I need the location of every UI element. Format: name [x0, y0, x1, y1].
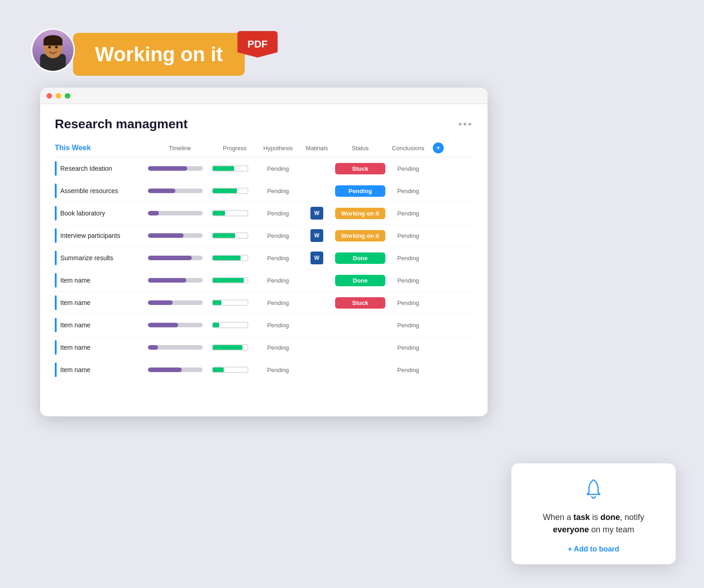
- timeline-track: [148, 300, 203, 305]
- conclusions-cell: Pending: [385, 367, 431, 373]
- row-label: Item name: [60, 344, 148, 351]
- w-icon: W: [310, 252, 323, 264]
- svg-point-4: [48, 46, 51, 48]
- hypothesis-cell: Pending: [257, 232, 299, 239]
- progress-fill: [213, 211, 225, 215]
- conclusions-cell: Pending: [385, 299, 431, 306]
- status-badge: Done: [335, 252, 385, 264]
- table-row: Interview participantsPendingWWorking on…: [55, 225, 473, 247]
- conclusions-cell: Pending: [385, 188, 431, 194]
- progress-fill: [213, 189, 237, 193]
- table-row: Summarize resultsPendingWDonePending: [55, 247, 473, 269]
- timeline-track: [148, 345, 203, 350]
- status-badge: Stuck: [335, 297, 385, 309]
- section-title: This Week: [55, 144, 91, 152]
- progress-cell: [212, 232, 257, 239]
- timeline-fill: [148, 233, 184, 238]
- row-indicator: [55, 295, 57, 310]
- timeline-track: [148, 211, 203, 215]
- svg-point-5: [55, 46, 58, 48]
- maximize-button[interactable]: [65, 93, 70, 99]
- progress-track: [212, 299, 248, 306]
- hypothesis-cell: Pending: [257, 188, 299, 194]
- status-cell: Working on it: [335, 208, 385, 219]
- conclusions-cell: Pending: [385, 344, 431, 351]
- status-badge: Done: [335, 275, 385, 286]
- col-header-conclusions: Conclusions: [385, 145, 431, 152]
- working-on-it-badge: Working on it: [73, 33, 245, 76]
- progress-track: [212, 188, 248, 194]
- conclusions-cell: Pending: [385, 210, 431, 217]
- task-word: task: [573, 513, 590, 522]
- progress-track: [212, 165, 248, 172]
- pdf-badge: PDF: [237, 31, 278, 58]
- row-label: Summarize results: [60, 254, 148, 262]
- more-options-button[interactable]: •••: [458, 118, 473, 130]
- table-row: Item namePendingStuckPending: [55, 292, 473, 314]
- row-label: Research Ideation: [60, 165, 148, 172]
- conclusions-cell: Pending: [385, 277, 431, 284]
- w-icon: W: [310, 229, 323, 242]
- timeline-cell: [148, 166, 212, 171]
- table-row: Item namePendingDonePending: [55, 269, 473, 292]
- hypothesis-cell: Pending: [257, 322, 299, 329]
- table-row: Research IdeationPendingStuckPending: [55, 158, 473, 180]
- conclusions-cell: Pending: [385, 232, 431, 239]
- row-indicator: [55, 318, 57, 332]
- table-row: Item namePendingPending: [55, 314, 473, 336]
- timeline-fill: [148, 256, 192, 260]
- notification-card: When a task is done, notify everyone on …: [511, 463, 676, 564]
- notification-text: When a task is done, notify everyone on …: [524, 511, 663, 536]
- status-cell: Stuck: [335, 163, 385, 174]
- hypothesis-cell: Pending: [257, 344, 299, 351]
- row-label: Interview participants: [60, 232, 148, 239]
- timeline-cell: [148, 211, 212, 215]
- timeline-track: [148, 278, 203, 283]
- timeline-cell: [148, 345, 212, 350]
- timeline-fill: [148, 278, 186, 283]
- row-label: Item name: [60, 299, 148, 306]
- table-row: Item namePendingPending: [55, 336, 473, 359]
- status-cell: Done: [335, 275, 385, 286]
- row-indicator: [55, 340, 57, 355]
- minimize-button[interactable]: [56, 93, 61, 99]
- conclusions-cell: Pending: [385, 255, 431, 262]
- table-row: Assemble resourcesPendingPendingPending: [55, 180, 473, 202]
- progress-track: [212, 232, 248, 239]
- col-header-timeline: Timeline: [148, 145, 212, 152]
- progress-cell: [212, 322, 257, 328]
- progress-fill: [213, 166, 234, 171]
- close-button[interactable]: [47, 93, 52, 99]
- status-cell: Stuck: [335, 297, 385, 309]
- hypothesis-cell: Pending: [257, 277, 299, 284]
- progress-fill: [213, 345, 242, 350]
- window-content: Research managment ••• This Week Timelin…: [40, 104, 488, 416]
- rows-container: Research IdeationPendingStuckPendingAsse…: [55, 158, 473, 381]
- timeline-track: [148, 233, 203, 238]
- timeline-track: [148, 323, 203, 327]
- timeline-cell: [148, 256, 212, 260]
- row-indicator: [55, 228, 57, 243]
- progress-cell: [212, 255, 257, 261]
- materials-cell: W: [299, 252, 335, 264]
- progress-cell: [212, 367, 257, 373]
- add-column-button[interactable]: +: [433, 142, 444, 153]
- timeline-track: [148, 368, 203, 372]
- timeline-cell: [148, 323, 212, 327]
- row-indicator: [55, 251, 57, 265]
- app-window: Research managment ••• This Week Timelin…: [40, 88, 488, 416]
- timeline-fill: [148, 368, 182, 372]
- badge-label: Working on it: [95, 43, 223, 65]
- conclusions-cell: Pending: [385, 322, 431, 329]
- timeline-fill: [148, 189, 175, 193]
- add-to-board-button[interactable]: + Add to board: [568, 545, 620, 553]
- col-header-hypothesis: Hypothesis: [257, 145, 299, 152]
- materials-cell: W: [299, 207, 335, 220]
- row-indicator: [55, 273, 57, 288]
- progress-cell: [212, 188, 257, 194]
- w-icon: W: [310, 207, 323, 220]
- done-word: done: [600, 513, 620, 522]
- progress-track: [212, 277, 248, 284]
- timeline-cell: [148, 233, 212, 238]
- status-badge: Working on it: [335, 208, 385, 219]
